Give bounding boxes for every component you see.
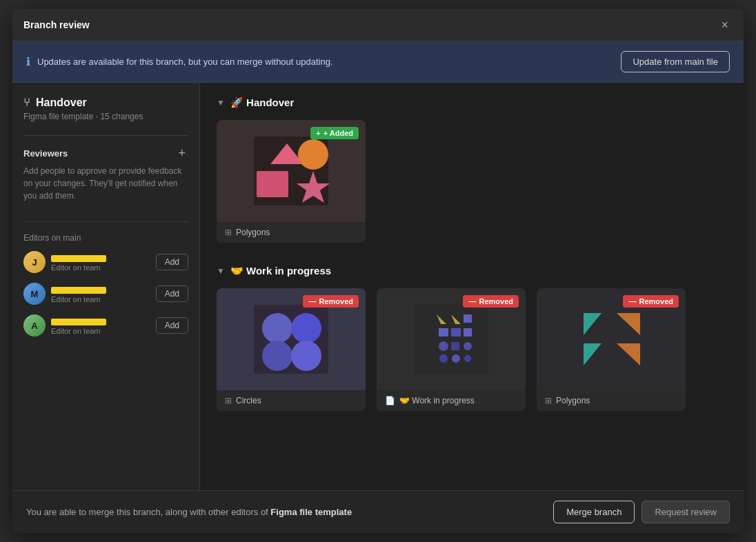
add-reviewer-button[interactable]: + xyxy=(175,147,188,159)
wip-svg xyxy=(404,299,498,379)
sidebar-branch-title: ⑂ Handover xyxy=(23,97,188,109)
wip-title: 🤝 Work in progress xyxy=(230,265,331,277)
editors-label: Editors on main xyxy=(23,233,188,243)
editor-left: M Editor on team xyxy=(23,283,106,305)
banner-text: Updates are available for this branch, b… xyxy=(37,57,333,67)
wip-section-header: ▼ 🤝 Work in progress xyxy=(217,265,727,277)
svg-rect-18 xyxy=(451,342,459,350)
merge-branch-button[interactable]: Merge branch xyxy=(553,501,635,523)
card-name: Circles xyxy=(236,396,261,405)
card-footer: 📄 🤝 Work in progress xyxy=(377,390,526,411)
editor-name xyxy=(51,253,106,263)
svg-point-20 xyxy=(439,354,448,363)
svg-point-8 xyxy=(262,341,292,371)
svg-point-21 xyxy=(452,354,460,363)
card-polygons-removed: — Removed ⊞ Polygons xyxy=(537,288,686,411)
card-circles-removed: — Removed ⊞ Circles xyxy=(217,288,366,411)
file-icon: 📄 xyxy=(385,396,395,405)
sidebar-subtitle: Figma file template · 15 changes xyxy=(23,112,188,121)
card-thumb: — Removed xyxy=(217,288,366,390)
main-content: ▼ 🚀 Handover xyxy=(200,83,744,490)
editor-info: Editor on team xyxy=(51,317,106,335)
svg-rect-15 xyxy=(451,328,461,337)
wip-chevron[interactable]: ▼ xyxy=(217,266,225,276)
close-button[interactable]: × xyxy=(717,17,733,32)
card-wip-removed: — Removed 📄 🤝 Work in progress xyxy=(377,288,526,411)
modal-title: Branch review xyxy=(23,19,90,30)
avatar: A xyxy=(23,314,46,337)
handover-section-header: ▼ 🚀 Handover xyxy=(217,97,727,109)
handover-title: 🚀 Handover xyxy=(230,97,294,109)
editor-name xyxy=(51,317,106,327)
footer-buttons: Merge branch Request review xyxy=(553,501,730,523)
svg-point-7 xyxy=(291,313,321,343)
editor-item: A Editor on team Add xyxy=(23,314,188,337)
update-banner: ℹ Updates are available for this branch,… xyxy=(12,41,744,83)
info-icon: ℹ xyxy=(26,55,30,68)
card-name: Polygons xyxy=(556,396,590,405)
card-footer: ⊞ Circles xyxy=(217,390,366,411)
frame-icon: ⊞ xyxy=(225,396,232,405)
card-thumb: — Removed xyxy=(377,288,526,390)
reviewers-section: Reviewers + Add people to approve or pro… xyxy=(23,135,188,213)
editor-role: Editor on team xyxy=(51,327,106,335)
editor-role: Editor on team xyxy=(51,263,106,272)
avatar: M xyxy=(23,283,46,305)
svg-point-2 xyxy=(298,139,328,170)
removed-badge: — Removed xyxy=(303,295,359,308)
editor-item: M Editor on team Add xyxy=(23,283,188,305)
reviewers-hint: Add people to approve or provide feedbac… xyxy=(23,165,188,202)
add-editor-0-button[interactable]: Add xyxy=(156,254,188,270)
frame-icon: ⊞ xyxy=(545,396,552,405)
frame-icon: ⊞ xyxy=(225,228,232,237)
svg-point-19 xyxy=(464,342,472,350)
sidebar: ⑂ Handover Figma file template · 15 chan… xyxy=(12,83,200,490)
card-thumb: + + Added xyxy=(217,120,366,222)
svg-point-17 xyxy=(439,341,448,351)
editor-left: J Editor on team xyxy=(23,251,106,273)
modal-header: Branch review × xyxy=(12,9,744,41)
svg-rect-3 xyxy=(257,171,288,197)
svg-rect-13 xyxy=(464,314,472,323)
removed-badge: — Removed xyxy=(623,295,679,308)
card-name: Polygons xyxy=(236,228,270,237)
card-footer: ⊞ Polygons xyxy=(217,222,366,243)
svg-point-9 xyxy=(291,341,321,371)
branch-icon: ⑂ xyxy=(23,97,30,109)
modal-footer: You are able to merge this branch, along… xyxy=(12,490,744,533)
editor-info: Editor on team xyxy=(51,285,106,303)
avatar: J xyxy=(23,251,46,273)
add-editor-1-button[interactable]: Add xyxy=(156,285,188,302)
branch-review-modal: Branch review × ℹ Updates are available … xyxy=(12,9,744,533)
svg-rect-10 xyxy=(414,305,488,374)
svg-rect-14 xyxy=(439,328,448,337)
editor-item: J Editor on team Add xyxy=(23,251,188,273)
editor-info: Editor on team xyxy=(51,253,106,272)
circles-svg xyxy=(244,299,338,379)
handover-chevron[interactable]: ▼ xyxy=(217,98,225,108)
footer-text: You are able to merge this branch, along… xyxy=(26,507,352,517)
modal-body: ⑂ Handover Figma file template · 15 chan… xyxy=(12,83,744,490)
svg-rect-16 xyxy=(464,328,472,337)
request-review-button[interactable]: Request review xyxy=(641,501,730,523)
editor-name xyxy=(51,285,106,295)
update-from-main-button[interactable]: Update from main file xyxy=(621,51,730,72)
banner-left: ℹ Updates are available for this branch,… xyxy=(26,55,333,68)
editor-role: Editor on team xyxy=(51,295,106,303)
reviewers-label: Reviewers xyxy=(23,148,68,159)
svg-point-6 xyxy=(262,313,292,343)
card-thumb: — Removed xyxy=(537,288,686,390)
card-footer: ⊞ Polygons xyxy=(537,390,686,411)
add-editor-2-button[interactable]: Add xyxy=(156,317,188,334)
editor-left: A Editor on team xyxy=(23,314,106,337)
polygons-svg xyxy=(244,131,338,211)
card-polygons-added: + + Added ⊞ Polygons xyxy=(217,120,366,243)
wip-cards: — Removed ⊞ Circles xyxy=(217,288,727,411)
polygons2-svg xyxy=(564,299,658,379)
svg-point-22 xyxy=(464,355,471,362)
handover-cards: + + Added ⊞ Polygons xyxy=(217,120,727,243)
removed-badge: — Removed xyxy=(463,295,519,308)
card-name: 🤝 Work in progress xyxy=(399,396,475,405)
added-badge: + + Added xyxy=(310,127,359,139)
editors-section: Editors on main J Editor on team Add xyxy=(23,221,188,346)
